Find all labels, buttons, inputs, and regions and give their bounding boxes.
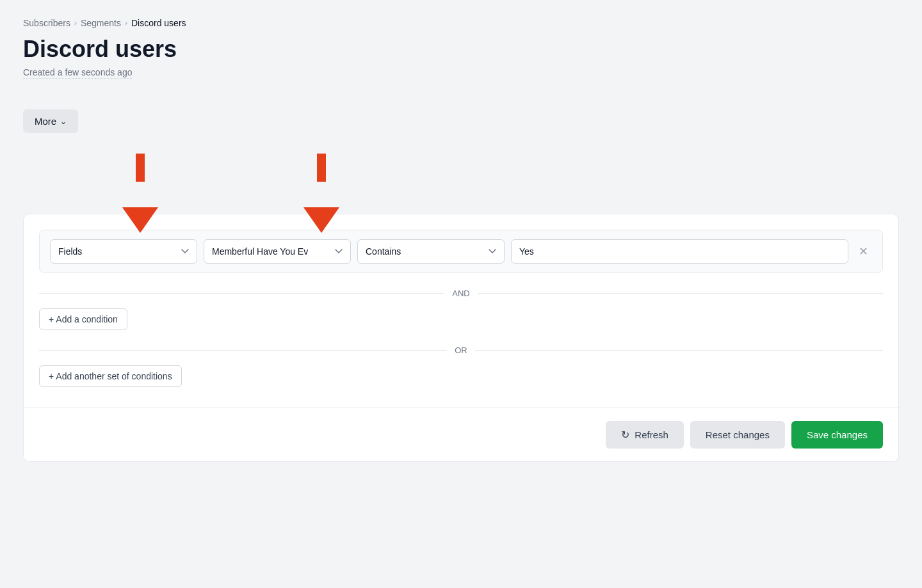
- breadcrumb-current: Discord users: [131, 18, 186, 28]
- arrow-stem-1: [136, 154, 145, 182]
- or-divider-line-right: [475, 350, 883, 351]
- breadcrumb-sep-1: ›: [74, 19, 77, 28]
- add-set-button[interactable]: + Add another set of conditions: [39, 365, 182, 387]
- contains-select[interactable]: Contains Does not contain Is Is not: [357, 239, 505, 264]
- close-icon: ✕: [859, 244, 868, 258]
- add-condition-button[interactable]: + Add a condition: [39, 308, 127, 330]
- chevron-down-icon: ⌄: [60, 117, 67, 126]
- and-divider: AND: [39, 289, 883, 298]
- or-divider: OR: [39, 346, 883, 355]
- arrows-wrapper: [23, 154, 899, 211]
- add-condition-label: + Add a condition: [49, 314, 118, 324]
- page-title: Discord users: [23, 36, 899, 63]
- arrow-indicator-1: [122, 154, 158, 233]
- breadcrumb: Subscribers › Segments › Discord users: [23, 18, 899, 28]
- breadcrumb-sep-2: ›: [125, 19, 127, 28]
- breadcrumb-subscribers[interactable]: Subscribers: [23, 18, 70, 28]
- save-label: Save changes: [807, 429, 868, 440]
- arrow-stem-2: [317, 154, 326, 182]
- and-divider-line-left: [39, 293, 444, 294]
- condition-row: Fields Email Name Custom Field Memberful…: [39, 230, 883, 273]
- memberful-select[interactable]: Memberful Have You Ev Option 2 Option 3: [204, 239, 351, 264]
- footer-bar: ↻ Refresh Reset changes Save changes: [24, 408, 898, 461]
- remove-condition-button[interactable]: ✕: [855, 242, 872, 261]
- and-divider-line-right: [478, 293, 883, 294]
- conditions-area: Fields Email Name Custom Field Memberful…: [24, 214, 898, 408]
- down-arrow-2: [303, 207, 339, 233]
- created-time: a few seconds ago: [58, 67, 133, 77]
- refresh-icon: ↻: [621, 429, 629, 441]
- fields-select[interactable]: Fields Email Name Custom Field: [50, 239, 197, 264]
- save-button[interactable]: Save changes: [791, 421, 883, 449]
- main-card: Fields Email Name Custom Field Memberful…: [23, 214, 899, 462]
- breadcrumb-segments[interactable]: Segments: [81, 18, 121, 28]
- refresh-label: Refresh: [635, 429, 668, 440]
- or-divider-line-left: [39, 350, 447, 351]
- refresh-button[interactable]: ↻ Refresh: [606, 421, 684, 449]
- more-button-label: More: [35, 116, 56, 127]
- created-label: Created a few seconds ago: [23, 67, 132, 79]
- page-container: Subscribers › Segments › Discord users D…: [0, 0, 922, 480]
- down-arrow-1: [122, 207, 158, 233]
- reset-button[interactable]: Reset changes: [690, 421, 785, 449]
- reset-label: Reset changes: [706, 429, 770, 440]
- add-set-label: + Add another set of conditions: [49, 371, 172, 381]
- and-label: AND: [452, 289, 469, 298]
- more-button[interactable]: More ⌄: [23, 109, 78, 133]
- page-subtitle-area: Created a few seconds ago: [23, 67, 899, 94]
- or-label: OR: [455, 346, 467, 355]
- arrow-indicator-2: [303, 154, 339, 233]
- value-input[interactable]: [511, 239, 848, 264]
